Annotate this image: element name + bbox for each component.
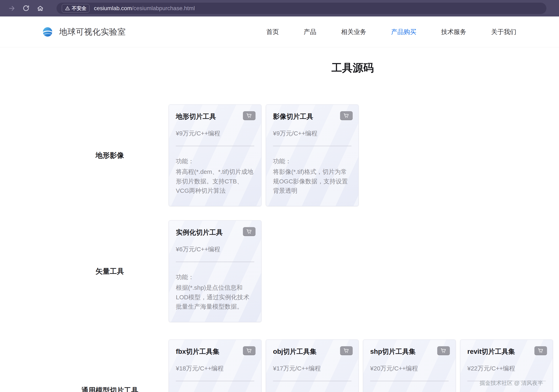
nav-item-products[interactable]: 产品	[304, 28, 316, 36]
divider	[176, 146, 254, 146]
card-function-label: 功能：	[273, 157, 352, 166]
card-price: ¥9万元/C++编程	[273, 129, 352, 138]
card-price: ¥20万元/C++编程	[370, 364, 449, 373]
nav-item-related-business[interactable]: 相关业务	[341, 28, 366, 36]
divider	[273, 381, 352, 381]
product-card-terrain-slicer: 地形切片工具 ¥9万元/C++编程 功能： 将高程(*.dem、*.tif)切片…	[169, 104, 261, 206]
card-title: fbx切片工具集	[176, 347, 254, 356]
cart-button[interactable]	[243, 111, 255, 120]
product-card-shp-toolset: shp切片工具集 ¥20万元/C++编程 功能：	[363, 340, 456, 392]
divider	[176, 381, 254, 381]
cart-button[interactable]	[534, 346, 547, 355]
browser-toolbar: 不安全 cesiumlab.com/cesiumlabpurchase.html	[0, 0, 559, 17]
section-label: 通用模型切片工具	[81, 386, 138, 392]
section-general-model-tools: 通用模型切片工具 fbx切片工具集 ¥18万元/C++编程 功能： obj切片工…	[0, 340, 559, 392]
warning-icon	[65, 6, 70, 11]
cart-button[interactable]	[243, 346, 255, 355]
nav-item-about-us[interactable]: 关于我们	[491, 28, 516, 36]
product-card-obj-toolset: obj切片工具集 ¥17万元/C++编程 功能：	[266, 340, 359, 392]
divider	[370, 381, 449, 381]
card-description: 将影像(*.tif)格式，切片为常规OGC影像数据，支持设置背景透明	[273, 167, 352, 196]
cart-icon	[343, 113, 349, 119]
nav-item-tech-service[interactable]: 技术服务	[441, 28, 466, 36]
security-badge[interactable]: 不安全	[62, 4, 89, 13]
divider	[176, 262, 254, 262]
cart-button[interactable]	[437, 346, 450, 355]
card-description: 将高程(*.dem、*.tif)切片成地形切片数据。支持CTB、VCG两种切片算…	[176, 167, 254, 196]
section-vector-tools: 矢量工具 实例化切片工具 ¥6万元/C++编程 功能： 根据(*.shp)是点位…	[0, 220, 559, 322]
site-header: 地球可视化实验室 首页 产品 相关业务 产品购买 技术服务 关于我们	[0, 17, 559, 47]
site-logo-icon	[42, 26, 54, 38]
card-title: 影像切片工具	[273, 112, 352, 121]
home-icon[interactable]	[37, 5, 44, 12]
card-price: ¥9万元/C++编程	[176, 129, 254, 138]
url-domain: cesiumlab.com	[94, 5, 132, 11]
refresh-icon[interactable]	[22, 5, 30, 12]
cart-icon	[246, 348, 252, 354]
card-title: 地形切片工具	[176, 112, 254, 121]
cart-button[interactable]	[243, 227, 255, 236]
nav-item-purchase[interactable]: 产品购买	[391, 28, 416, 36]
card-price: ¥6万元/C++编程	[176, 245, 254, 253]
section-label: 矢量工具	[95, 267, 124, 276]
section-terrain-imagery: 地形影像 地形切片工具 ¥9万元/C++编程 功能： 将高程(*.dem、*.t…	[0, 104, 559, 206]
forward-icon[interactable]	[8, 5, 15, 12]
card-price: ¥18万元/C++编程	[176, 364, 254, 373]
card-title: revit切片工具集	[467, 347, 546, 356]
security-badge-label: 不安全	[72, 5, 86, 12]
card-function-label: 功能：	[176, 157, 254, 166]
divider	[273, 146, 352, 146]
url-text: cesiumlab.com/cesiumlabpurchase.html	[94, 5, 195, 12]
card-function-label: 功能：	[176, 273, 254, 281]
page-title: 工具源码	[163, 62, 543, 74]
address-bar[interactable]: 不安全 cesiumlab.com/cesiumlabpurchase.html	[56, 3, 546, 14]
card-price: ¥17万元/C++编程	[273, 364, 352, 373]
card-price: ¥22万元/C++编程	[467, 364, 546, 373]
main-content: 工具源码 地形影像 地形切片工具 ¥9万元/C++编程 功能： 将高程(*.de…	[0, 62, 559, 392]
main-nav: 首页 产品 相关业务 产品购买 技术服务 关于我们	[266, 28, 516, 36]
cart-button[interactable]	[340, 346, 353, 355]
card-description: 根据(*.shp)是点位信息和LOD模型，通过实例化技术批量生产海量模型数据。	[176, 283, 254, 311]
cart-icon	[538, 348, 544, 354]
card-title: shp切片工具集	[370, 347, 449, 356]
watermark: 掘金技术社区 @ 清风夜半	[480, 379, 543, 387]
nav-item-home[interactable]: 首页	[266, 28, 279, 36]
card-title: 实例化切片工具	[176, 228, 254, 237]
product-card-fbx-toolset: fbx切片工具集 ¥18万元/C++编程 功能：	[169, 340, 261, 392]
cart-icon	[246, 113, 252, 119]
cart-icon	[246, 229, 252, 235]
card-title: obj切片工具集	[273, 347, 352, 356]
cart-icon	[343, 348, 349, 354]
cart-button[interactable]	[340, 111, 353, 120]
url-path: /cesiumlabpurchase.html	[132, 5, 195, 11]
section-label: 地形影像	[95, 151, 124, 160]
cart-icon	[440, 348, 447, 354]
product-card-imagery-slicer: 影像切片工具 ¥9万元/C++编程 功能： 将影像(*.tif)格式，切片为常规…	[266, 104, 359, 206]
brand-title: 地球可视化实验室	[59, 26, 126, 37]
product-card-instanced-slicer: 实例化切片工具 ¥6万元/C++编程 功能： 根据(*.shp)是点位信息和LO…	[169, 220, 261, 322]
